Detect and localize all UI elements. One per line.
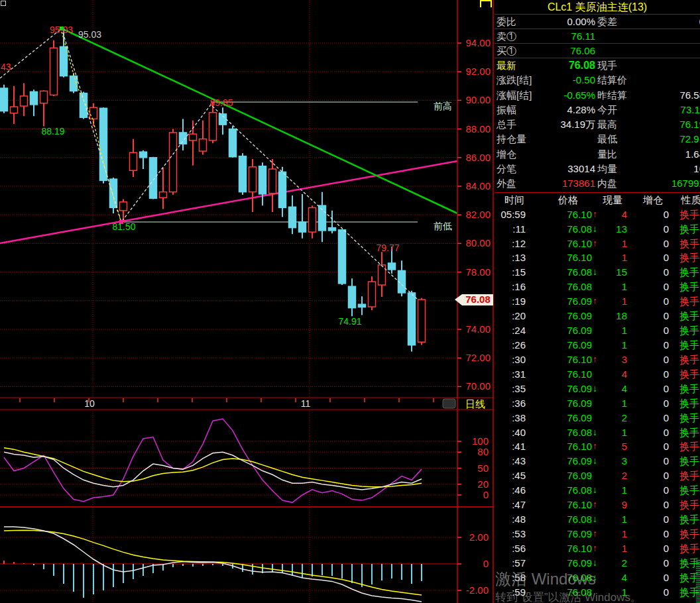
symbol-title: CLc1 美原油主连(13) [495,0,700,15]
price-axis-label: 92.00 [465,66,491,77]
tick-row: :5376.09↑10换手 [495,527,700,541]
tick-row: :1276.10↑10换手 [495,237,700,251]
tick-row: :2676.0910换手 [495,338,700,353]
macd-axis-label: -2.00 [466,584,489,596]
price-axis-label: 72.00 [465,352,491,363]
chart-annotation: 前高 [434,101,452,111]
tape-scroll-marks[interactable] [696,560,700,603]
quote-info-row: 分笔33014均量16 [495,162,700,176]
price-axis-label: 94.00 [465,37,491,48]
quote-info-row: 外盘173861内盘167992 [495,176,700,191]
candle-body [70,76,78,91]
candle-body [289,207,296,227]
quote-row: 卖①76.11 [495,29,700,44]
candle-body [209,113,217,140]
candle-body [349,286,356,307]
price-axis-label: 82.00 [465,209,491,220]
candle-body [60,46,68,76]
tick-row: :3676.0910换手 [495,396,700,411]
tick-row: :4576.0920换手 [495,468,700,483]
candle-body [229,129,237,157]
col-position-change: 增仓 [634,193,672,207]
candle-body [339,230,346,284]
price-axis-label: 86.00 [465,152,491,163]
quote-info-row: 持仓量最低72.91 [495,132,700,146]
chart-annotation: 95.03 [78,29,101,40]
candle-body [1,88,8,111]
candle-body [170,133,177,192]
candle-body [408,293,416,345]
candle-body [200,139,207,151]
tick-row: :1376.1010换手 [495,250,700,265]
candle-body [21,96,28,106]
tick-row: :3576.09↓40换手 [495,382,700,396]
kdj-axis-label: 100 [472,435,489,447]
col-nature: 性质 [676,193,700,207]
candle-body [190,134,197,140]
tick-row: :1576.08↓150换手 [495,265,700,280]
candle-body [369,282,376,307]
quote-info-row: 振幅4.28%今开73.11 [495,103,700,117]
candle-body [219,114,227,125]
price-axis-label: 88.00 [465,123,491,135]
tick-row: :5976.0810换手 [495,585,700,600]
col-time: 时间 [495,193,534,207]
corner-marker-icon [1,1,6,6]
chart-scrollbar-thumb[interactable] [443,399,455,408]
quote-row: 委比0.00%委差0 [495,15,700,29]
candle-body [80,93,88,118]
tick-row: :1676.0810换手 [495,280,700,294]
quote-row: 买①76.06 [495,44,700,58]
tick-row: :5676.10↑10换手 [495,541,700,556]
candle-body [269,169,276,193]
candle-body [130,152,137,170]
price-axis-label: 90.00 [465,94,491,105]
macd-axis-label: 0 [483,558,489,569]
quote-info-row: 增仓量比1.64 [495,147,700,162]
chart-annotation: 89.85 [209,97,233,108]
candle-body [150,158,157,199]
col-volume: 现量 [593,193,632,207]
tick-row: :4076.08↓10换手 [495,425,700,440]
tick-row: :3076.10↑30换手 [495,353,700,367]
kdj-axis-label: 20 [477,478,489,490]
tick-row: :1176.08↓130换手 [495,222,700,237]
price-axis-label: 78.00 [465,266,491,278]
candle-body [120,202,127,211]
chart-annotation: 95.03 [50,25,73,35]
kdj-axis-label: 0 [483,489,489,500]
chart-canvas[interactable]: 95.0395.034388.1989.8581.5079.7774.91前高前… [0,0,494,603]
tick-row: 05:5976.10↑40换手 [495,207,700,222]
quote-info-row: 涨跌[结]-0.50结算价 [495,73,700,87]
price-axis-label: 80.00 [465,237,491,248]
chart-annotation: 79.77 [376,243,399,253]
candle-body [249,167,257,192]
month-label: 11 [301,398,311,409]
tick-row: :4176.10↑50换手 [495,439,700,454]
candle-body [160,192,167,198]
trading-terminal: 95.0395.034388.1989.8581.5079.7774.91前高前… [0,0,700,603]
price-axis-label: 74.00 [465,323,491,335]
candle-body [90,107,97,119]
quote-info-row: 总手34.19万最高76.19 [495,117,700,132]
kdj-j-line [4,419,422,502]
price-axis-label: 70.00 [465,380,491,392]
month-label: 10 [84,398,95,409]
col-price: 价格 [545,193,591,207]
period-selector[interactable]: 日线 [465,398,485,410]
tick-row: :1976.09↑10换手 [495,294,700,309]
tick-row: :4876.08↓10换手 [495,512,700,527]
candle-body [11,107,18,113]
candle-body [40,91,48,103]
price-axis-label: 84.00 [465,180,491,192]
tick-row: :5776.09↓20换手 [495,556,700,571]
window-anchor-icon[interactable] [480,0,492,7]
chart-annotation: 88.19 [41,126,64,137]
macd-axis-label: 2.00 [469,531,489,543]
candle-body [140,152,147,158]
tick-table-header: 时间 价格 现量 增仓 性质 [495,192,700,207]
chart-annotation: 81.50 [112,221,135,232]
chart-annotation: 74.91 [338,316,361,327]
chart-annotation: 43 [1,62,11,72]
quote-panel: CLc1 美原油主连(13) 委比0.00%委差0卖①76.11买①76.06 … [495,0,700,603]
